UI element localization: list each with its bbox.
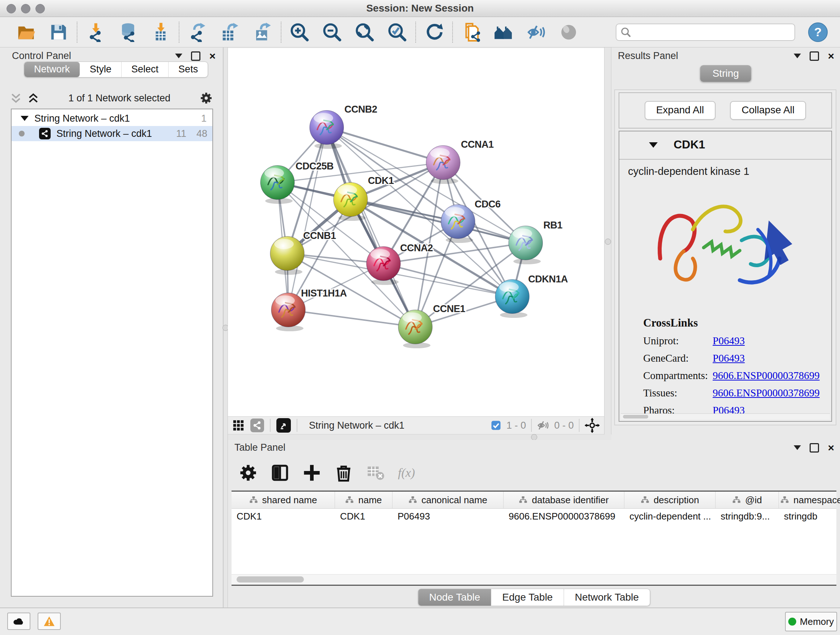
table-scrollbar[interactable]	[232, 574, 836, 585]
right-splitter[interactable]	[604, 48, 611, 440]
export-table-button[interactable]	[219, 21, 241, 43]
cell-database-identifier[interactable]: 9606.ENSP00000378699	[504, 509, 624, 524]
table-gear-icon[interactable]	[239, 463, 257, 482]
cloud-button[interactable]	[7, 613, 30, 630]
cell-shared-name[interactable]: CDK1	[232, 509, 335, 524]
home-button[interactable]	[493, 21, 515, 43]
control-panel-float-icon[interactable]	[191, 51, 201, 61]
column-header-id[interactable]: @id	[715, 492, 779, 508]
clone-network-button[interactable]	[460, 21, 482, 43]
results-scrollbar[interactable]	[621, 413, 830, 420]
network-node-CCNA1[interactable]	[426, 146, 460, 184]
network-share-icon[interactable]	[250, 418, 264, 432]
column-header-canonical-name[interactable]: canonical name	[393, 492, 504, 508]
network-node-CDC25B[interactable]	[261, 165, 294, 204]
open-session-button[interactable]	[15, 21, 37, 43]
left-splitter[interactable]	[223, 48, 228, 608]
selected-nodes-checkbox-icon[interactable]	[491, 420, 501, 431]
memory-button[interactable]: Memory	[785, 612, 837, 631]
network-node-CCNE1[interactable]	[398, 310, 432, 348]
table-panel-menu-icon[interactable]	[794, 445, 801, 450]
export-network-button[interactable]	[187, 21, 208, 43]
crosslink-link-uniprot[interactable]: P06493	[713, 335, 745, 347]
birds-eye-grid-icon[interactable]	[232, 419, 245, 432]
control-panel-title: Control Panel	[12, 50, 71, 62]
help-button[interactable]: ?	[808, 22, 828, 42]
cell-canonical-name[interactable]: P06493	[393, 509, 504, 524]
import-network-button[interactable]	[85, 21, 106, 43]
tab-select[interactable]: Select	[122, 62, 169, 77]
node-label-CDK1: CDK1	[368, 175, 394, 186]
table-scrollbar-thumb[interactable]	[237, 576, 304, 583]
right-splitter-handle[interactable]	[605, 239, 611, 245]
zoom-in-button[interactable]	[289, 21, 310, 43]
import-network-from-database-button[interactable]	[117, 21, 139, 43]
crosslink-link-genecard[interactable]: P06493	[713, 352, 745, 364]
apply-layout-button[interactable]	[423, 21, 445, 43]
collapse-all-button[interactable]: Collapse All	[730, 101, 806, 120]
hidden-eye-slash-icon[interactable]	[537, 420, 549, 431]
tab-node-table[interactable]: Node Table	[418, 589, 491, 606]
add-row-plus-icon[interactable]	[302, 463, 321, 482]
show-columns-icon[interactable]	[271, 463, 289, 482]
import-table-button[interactable]	[150, 21, 172, 43]
search-input[interactable]	[635, 26, 790, 38]
network-node-CDKN1A[interactable]	[495, 279, 529, 318]
control-panel-close-icon[interactable]: ×	[209, 52, 216, 60]
crosslink-link-tissues[interactable]: 9606.ENSP00000378699	[713, 387, 820, 399]
network-options-gear-icon[interactable]	[200, 92, 213, 105]
search-box[interactable]	[616, 24, 795, 41]
node-label-CDKN1A: CDKN1A	[528, 274, 568, 285]
expand-all-button[interactable]: Expand All	[645, 101, 715, 120]
zoom-out-button[interactable]	[321, 21, 343, 43]
tab-edge-table[interactable]: Edge Table	[491, 589, 564, 606]
results-panel-menu-icon[interactable]	[794, 54, 801, 58]
network-row-selected[interactable]: String Network – cdk1 11 48	[11, 126, 212, 141]
tab-sets[interactable]: Sets	[169, 62, 208, 77]
tab-network-table[interactable]: Network Table	[564, 589, 650, 606]
network-canvas[interactable]: CCNB2CCNA1CDC25BCDK1CDC6RB1CCNB1CCNA2CDK…	[228, 48, 604, 416]
column-header-name[interactable]: name	[335, 492, 393, 508]
network-node-CCNA2[interactable]	[366, 247, 401, 285]
network-node-CDK1[interactable]	[333, 182, 368, 221]
save-session-button[interactable]	[48, 21, 69, 43]
cell-id[interactable]: stringdb:9...	[715, 509, 779, 524]
column-header-description[interactable]: description	[624, 492, 715, 508]
expand-all-icon[interactable]	[27, 92, 39, 104]
zoom-fit-button[interactable]	[354, 21, 376, 43]
network-node-RB1[interactable]	[508, 226, 543, 264]
results-scrollbar-thumb[interactable]	[623, 415, 648, 418]
hide-details-eye-button[interactable]	[525, 21, 547, 43]
entry-collapse-icon[interactable]	[649, 142, 658, 148]
cell-description[interactable]: cyclin-dependent ...	[624, 509, 715, 524]
show-details-eye-button[interactable]	[558, 21, 579, 43]
network-node-CCNB2[interactable]	[309, 111, 344, 149]
cell-namespace[interactable]: stringdb	[779, 509, 840, 524]
collection-expand-icon[interactable]	[21, 116, 28, 121]
column-header-database-identifier[interactable]: database identifier	[504, 492, 624, 508]
column-header-shared-name[interactable]: shared name	[232, 492, 335, 508]
export-image-button[interactable]	[252, 21, 273, 43]
delete-trash-icon[interactable]	[334, 463, 353, 482]
cell-name[interactable]: CDK1	[335, 509, 393, 524]
zoom-selected-button[interactable]	[386, 21, 408, 43]
network-node-HIST1H1A[interactable]	[271, 293, 305, 331]
entry-header[interactable]: CDK1	[619, 131, 831, 160]
horizontal-splitter-handle[interactable]	[531, 434, 537, 440]
results-panel-float-icon[interactable]	[810, 51, 819, 61]
column-header-namespace[interactable]: namespace	[779, 492, 840, 508]
table-panel-float-icon[interactable]	[810, 443, 819, 453]
pan-crosshair-icon[interactable]	[584, 418, 600, 433]
control-panel-menu-icon[interactable]	[175, 54, 182, 58]
collapse-all-icon[interactable]	[10, 92, 22, 104]
network-collection-row[interactable]: String Network – cdk1 1	[11, 111, 212, 126]
export-view-icon[interactable]	[276, 418, 291, 432]
table-panel-close-icon[interactable]: ×	[828, 444, 834, 451]
crosslink-link-compartments[interactable]: 9606.ENSP00000378699	[713, 370, 820, 382]
network-node-CCNB1[interactable]	[270, 236, 304, 275]
tab-style[interactable]: Style	[80, 62, 122, 77]
warnings-button[interactable]	[38, 613, 61, 630]
results-panel-close-icon[interactable]: ×	[828, 52, 834, 60]
tab-network[interactable]: Network	[24, 62, 80, 77]
tab-string[interactable]: String	[700, 65, 751, 82]
